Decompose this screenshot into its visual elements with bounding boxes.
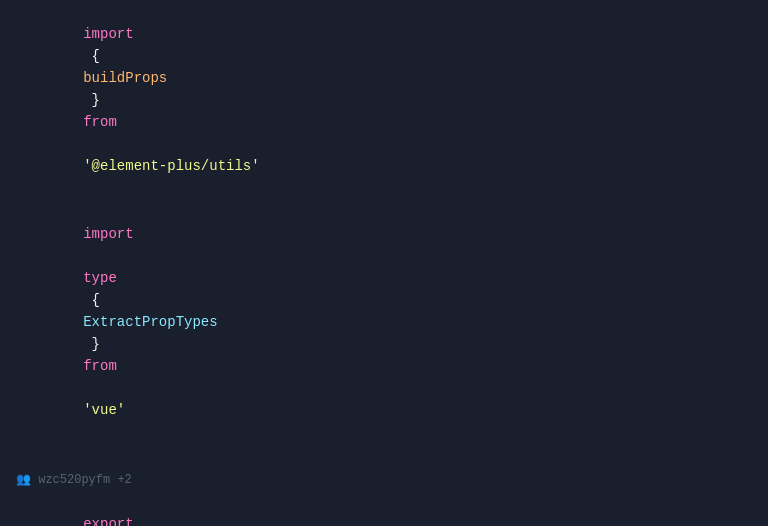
- text-4: [83, 248, 91, 264]
- line-2: import type { ExtractPropTypes } from 'v…: [0, 200, 768, 444]
- kw-from-1: from: [83, 114, 117, 130]
- line-1-content: import { buildProps } from '@element-plu…: [0, 1, 260, 199]
- type-extract: ExtractPropTypes: [83, 314, 217, 330]
- kw-from-2: from: [83, 358, 117, 374]
- line-1: import { buildProps } from '@element-plu…: [0, 0, 768, 200]
- blame-author: wzc520pyfm: [38, 473, 110, 487]
- code-editor: import { buildProps } from '@element-plu…: [0, 0, 768, 526]
- code-area: import { buildProps } from '@element-plu…: [0, 0, 768, 526]
- line-empty-1: [0, 444, 768, 468]
- str-1: '@element-plus/utils': [83, 158, 259, 174]
- text-3: [83, 136, 91, 152]
- text-7: [83, 380, 91, 396]
- kw-import-1: import: [83, 26, 133, 42]
- fn-buildProps: buildProps: [83, 70, 167, 86]
- text-6: }: [83, 336, 108, 352]
- str-vue: 'vue': [83, 402, 125, 418]
- kw-export-1: export: [83, 516, 133, 526]
- line-export-const: export const emptyProps = buildProps ({: [0, 490, 768, 526]
- kw-import-2: import: [83, 226, 133, 242]
- line-2-content: import type { ExtractPropTypes } from 'v…: [0, 201, 218, 443]
- line-empty-1-content: [0, 445, 24, 467]
- git-blame-line: 👥 wzc520pyfm +2: [0, 468, 768, 490]
- blame-extra: +2: [117, 473, 131, 487]
- kw-type: type: [83, 270, 117, 286]
- text-1: {: [83, 48, 108, 64]
- text-5: {: [83, 292, 108, 308]
- git-icon: 👥: [16, 473, 38, 487]
- text-2: }: [83, 92, 108, 108]
- line-export-const-content: export const emptyProps = buildProps ({: [0, 491, 167, 526]
- git-blame-content: 👥 wzc520pyfm +2: [0, 472, 132, 487]
